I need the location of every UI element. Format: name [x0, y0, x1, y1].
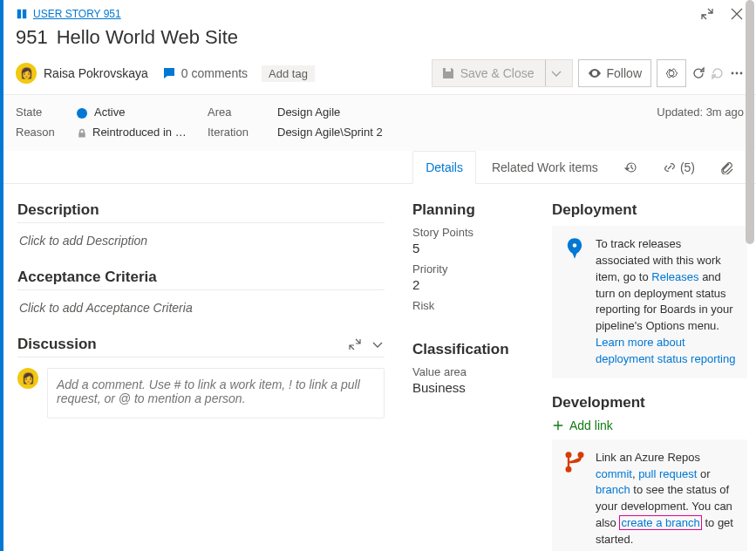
svg-point-1: [736, 72, 739, 75]
expand-discussion-icon[interactable]: [348, 337, 362, 351]
gear-icon: [664, 66, 678, 80]
planning-heading: Planning: [412, 201, 524, 219]
refresh-icon[interactable]: [691, 66, 705, 80]
chevron-down-icon[interactable]: [549, 66, 563, 80]
expand-icon[interactable]: [700, 7, 714, 21]
classification-heading: Classification: [412, 341, 524, 358]
settings-button[interactable]: [657, 59, 686, 87]
deployment-info: To track releases associated with this w…: [552, 226, 747, 378]
lock-icon: [77, 128, 87, 139]
plus-icon: [552, 419, 564, 432]
tab-related[interactable]: Related Work items: [480, 152, 610, 183]
book-icon: [16, 8, 28, 20]
close-icon[interactable]: [730, 7, 744, 21]
area-label: Area: [208, 105, 269, 119]
undo-icon[interactable]: [711, 66, 725, 80]
story-points-label: Story Points: [412, 226, 524, 239]
value-area-value[interactable]: Business: [412, 380, 524, 395]
iteration-label: Iteration: [208, 126, 269, 139]
area-value[interactable]: Design Agile: [277, 105, 648, 119]
reason-label: Reason: [16, 126, 68, 139]
branch-icon: [562, 450, 587, 474]
state-value[interactable]: Active: [77, 105, 199, 119]
state-label: State: [16, 105, 68, 119]
save-close-button[interactable]: Save & Close: [432, 59, 573, 87]
assignee[interactable]: 👩 Raisa Pokrovskaya: [16, 63, 148, 84]
history-icon: [624, 160, 638, 174]
value-area-label: Value area: [412, 365, 524, 378]
risk-value[interactable]: [412, 314, 524, 329]
branch-link[interactable]: branch: [596, 483, 630, 496]
tab-links[interactable]: (5): [652, 152, 705, 183]
breadcrumb-link[interactable]: USER STORY 951: [33, 8, 121, 20]
svg-point-2: [740, 72, 743, 75]
description-field[interactable]: Click to add Description: [17, 228, 385, 263]
story-points-value[interactable]: 5: [412, 241, 524, 255]
description-heading: Description: [17, 201, 385, 223]
add-tag-button[interactable]: Add tag: [262, 65, 315, 82]
more-icon[interactable]: [730, 66, 744, 80]
add-link-button[interactable]: Add link: [552, 418, 747, 432]
iteration-value[interactable]: Design Agile\Sprint 2: [277, 126, 648, 139]
comment-input[interactable]: [47, 368, 385, 418]
avatar: 👩: [17, 368, 38, 389]
comment-icon: [162, 66, 176, 80]
pull-request-link[interactable]: pull request: [638, 467, 697, 480]
work-item-title: 951Hello World Web Site: [3, 21, 756, 56]
deployment-heading: Deployment: [552, 201, 747, 219]
avatar: 👩: [16, 63, 37, 84]
link-icon: [663, 160, 677, 174]
attachment-icon: [719, 160, 733, 174]
save-icon: [441, 66, 455, 80]
priority-label: Priority: [412, 262, 524, 276]
rocket-icon: [562, 236, 587, 261]
tab-history[interactable]: [614, 152, 649, 183]
development-heading: Development: [552, 394, 747, 412]
svg-point-0: [732, 72, 734, 75]
learn-more-link[interactable]: Learn more about deployment status repor…: [596, 336, 735, 365]
comments-count[interactable]: 0 comments: [162, 66, 248, 80]
updated-text: Updated: 3m ago: [657, 105, 744, 119]
chevron-down-icon[interactable]: [371, 337, 385, 351]
priority-value[interactable]: 2: [412, 277, 524, 292]
reason-value[interactable]: Reintroduced in …: [77, 126, 199, 139]
tab-details[interactable]: Details: [412, 151, 476, 184]
discussion-heading: Discussion: [17, 336, 97, 353]
scrollbar[interactable]: [744, 184, 756, 551]
releases-link[interactable]: Releases: [651, 270, 698, 283]
acceptance-field[interactable]: Click to add Acceptance Criteria: [17, 296, 385, 330]
risk-label: Risk: [412, 299, 524, 312]
tab-attachments[interactable]: [709, 152, 744, 183]
development-info: Link an Azure Repos commit, pull request…: [552, 439, 747, 551]
create-branch-link[interactable]: create a branch: [621, 516, 699, 529]
follow-button[interactable]: Follow: [578, 59, 651, 87]
eye-icon: [588, 66, 602, 80]
commit-link[interactable]: commit: [596, 467, 632, 480]
acceptance-heading: Acceptance Criteria: [17, 269, 385, 290]
